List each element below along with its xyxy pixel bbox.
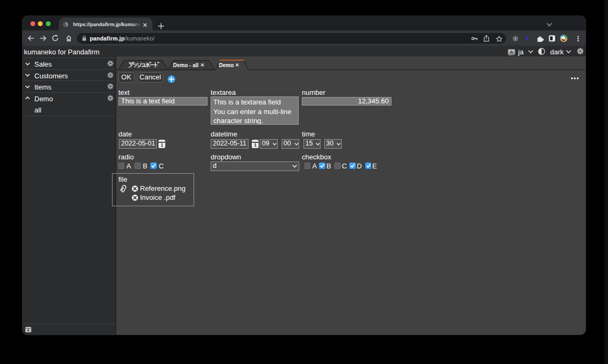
- svg-text:A: A: [509, 50, 513, 55]
- svg-text:Demo: Demo: [219, 62, 234, 68]
- svg-text:Demo - all: Demo - all: [173, 62, 199, 68]
- svg-text:1: 1: [254, 142, 257, 148]
- svg-text:1: 1: [161, 142, 163, 148]
